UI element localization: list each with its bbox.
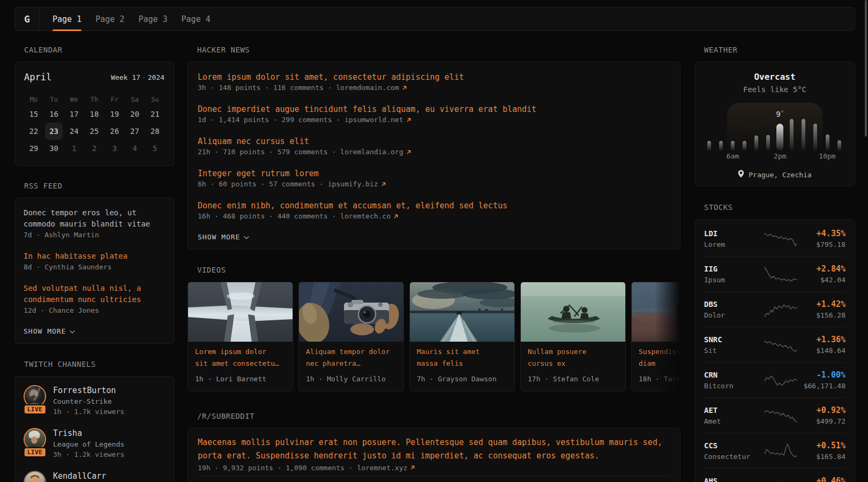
external-link-icon <box>406 149 411 155</box>
external-link-icon <box>393 214 399 219</box>
stock-symbol[interactable]: CRN <box>704 369 764 381</box>
weather-bar <box>719 141 723 150</box>
stock-symbol[interactable]: AHS <box>704 475 764 482</box>
video-thumbnail[interactable] <box>632 282 680 342</box>
live-badge: LIVE <box>24 447 47 457</box>
hackernews-item-meta: 3h · 148 points · 116 comments · loremdo… <box>198 83 670 93</box>
stock-row: SNRCSit+1.36%$148.64 <box>704 327 845 362</box>
twitch-avatar[interactable]: LIVE <box>24 385 46 408</box>
video-thumbnail[interactable] <box>188 282 293 342</box>
stock-symbol[interactable]: AET <box>704 404 764 416</box>
video-title[interactable]: Aliquam tempor dolor nec pharetra… <box>306 346 396 370</box>
video-title[interactable]: Suspendisse diam <box>639 346 680 370</box>
calendar-day[interactable]: 1 <box>64 140 84 157</box>
twitch-avatar[interactable]: LIVE <box>24 428 46 450</box>
tab-page-4[interactable]: Page 4 <box>175 7 218 31</box>
stock-symbol[interactable]: CCS <box>704 440 764 451</box>
calendar-day[interactable]: 18 <box>84 106 104 123</box>
subreddit-widget: /R/SUBREDDIT Maecenas mollis pulvinar er… <box>188 412 680 482</box>
hackernews-item-title[interactable]: Donec enim nibh, condimentum et accumsan… <box>198 200 670 212</box>
stock-info: CCSConsectetur <box>704 440 764 462</box>
twitch-channel-name[interactable]: ForrestBurton <box>53 385 124 396</box>
twitch-channel-name[interactable]: Trisha <box>53 428 124 439</box>
calendar-day[interactable]: 20 <box>125 106 145 123</box>
calendar-day[interactable]: 22 <box>24 123 44 140</box>
calendar-weekday: Su <box>145 94 165 106</box>
rss-item-title[interactable]: Sed volutpat nulla nisl, a condimentum n… <box>24 283 165 305</box>
rss-widget-title: RSS FEED <box>24 182 174 190</box>
video-card-body: Aliquam tempor dolor nec pharetra…1h · M… <box>299 342 403 391</box>
external-link-icon <box>381 182 386 187</box>
stock-change-percent: -1.00% <box>797 369 845 381</box>
calendar-day[interactable]: 25 <box>84 123 104 140</box>
hackernews-item-title[interactable]: Donec imperdiet augue tincidunt felis al… <box>198 104 670 115</box>
video-thumbnail-camera <box>299 282 403 342</box>
calendar-day[interactable]: 17 <box>64 106 84 123</box>
hackernews-item-meta-text: 21h · 710 points · 579 comments · loreml… <box>198 147 403 157</box>
video-thumbnail[interactable] <box>299 282 403 342</box>
stock-symbol[interactable]: IIG <box>704 263 764 275</box>
stock-name: Consectetur <box>704 451 764 462</box>
rss-widget: RSS FEED Donec tempor eros leo, ut commo… <box>14 182 174 344</box>
video-card-body: Mauris sit amet massa felis7h · Grayson … <box>410 342 514 391</box>
calendar-day[interactable]: 28 <box>145 123 165 140</box>
hackernews-item-title[interactable]: Lorem ipsum dolor sit amet, consectetur … <box>198 72 670 83</box>
video-card: Lorem ipsum dolor sit amet consectetu…1h… <box>188 282 293 391</box>
weather-card: Overcast Feels like 5°C 9° 6am2pm10pm Pr… <box>694 62 855 186</box>
calendar-day[interactable]: 15 <box>24 106 44 123</box>
calendar-day[interactable]: 21 <box>145 106 165 123</box>
twitch-channel-name[interactable]: KendallCarr <box>53 471 106 482</box>
tab-page-2[interactable]: Page 2 <box>88 7 131 31</box>
rss-show-more-button[interactable]: SHOW MORE <box>24 326 165 336</box>
stock-symbol[interactable]: DBS <box>704 298 764 310</box>
subreddit-post-title[interactable]: Maecenas mollis pulvinar erat non posuer… <box>198 436 670 463</box>
video-thumbnail[interactable] <box>410 282 514 342</box>
calendar-day[interactable]: 26 <box>104 123 125 140</box>
video-meta: 17h · Stefan Cole <box>528 374 618 384</box>
hackernews-item-meta-text: 1d · 1,414 points · 299 comments · ipsum… <box>198 115 403 125</box>
app-logo[interactable]: G <box>15 7 40 31</box>
hackernews-show-more-button[interactable]: SHOW MORE <box>198 232 670 242</box>
weather-bar <box>813 124 817 150</box>
stock-info: DBSDolor <box>704 298 764 320</box>
video-title[interactable]: Lorem ipsum dolor sit amet consectetu… <box>195 346 286 370</box>
scrollbar-thumb[interactable] <box>865 0 867 137</box>
hackernews-widget-title: HACKER NEWS <box>197 46 680 54</box>
stocks-widget-title: STOCKS <box>704 204 855 212</box>
calendar-day[interactable]: 30 <box>44 140 64 157</box>
video-title[interactable]: Mauris sit amet massa felis <box>417 346 507 370</box>
calendar-week-label: Week 17 <box>111 73 140 81</box>
calendar-day[interactable]: 19 <box>104 106 125 123</box>
stock-name: Dolor <box>704 310 764 320</box>
stock-row: CRNBitcorn-1.00%$66,171.48 <box>704 362 845 397</box>
calendar-day[interactable]: 4 <box>125 140 145 157</box>
calendar-day[interactable]: 24 <box>64 123 84 140</box>
stock-symbol[interactable]: LDI <box>704 228 764 239</box>
stock-change-percent: +0.51% <box>797 440 845 451</box>
hackernews-item-title[interactable]: Integer eget rutrum lorem <box>198 168 670 179</box>
calendar-day[interactable]: 3 <box>104 140 125 157</box>
twitch-channel-info: ForrestBurtonCounter-Strike1h · 1.7k vie… <box>53 385 124 417</box>
video-thumbnail-canoe <box>521 282 625 342</box>
video-card: Nullam posuere cursus ex17h · Stefan Col… <box>520 282 626 391</box>
calendar-day-today[interactable]: 23 <box>45 123 63 140</box>
tab-page-1[interactable]: Page 1 <box>46 7 88 31</box>
stock-row: IIGIpsum+2.84%$42.04 <box>704 256 845 291</box>
calendar-day[interactable]: 16 <box>44 106 64 123</box>
weather-bar <box>707 141 711 150</box>
rss-item-title[interactable]: Donec tempor eros leo, ut commodo mauris… <box>24 207 165 230</box>
video-title[interactable]: Nullam posuere cursus ex <box>528 346 618 370</box>
tab-page-3[interactable]: Page 3 <box>131 7 174 31</box>
rss-card: Donec tempor eros leo, ut commodo mauris… <box>14 198 174 344</box>
calendar-day[interactable]: 5 <box>145 140 165 157</box>
calendar-day[interactable]: 29 <box>24 140 44 157</box>
calendar-day[interactable]: 27 <box>125 123 145 140</box>
weather-condition: Overcast <box>695 72 855 82</box>
chevron-down-icon <box>244 236 249 239</box>
hackernews-item-title[interactable]: Aliquam nec cursus elit <box>198 136 670 147</box>
calendar-day[interactable]: 2 <box>84 140 104 157</box>
stock-symbol[interactable]: SNRC <box>704 334 764 345</box>
rss-item-title[interactable]: In hac habitasse platea <box>24 251 165 262</box>
video-thumbnail[interactable] <box>521 282 625 342</box>
twitch-avatar[interactable] <box>24 471 46 482</box>
